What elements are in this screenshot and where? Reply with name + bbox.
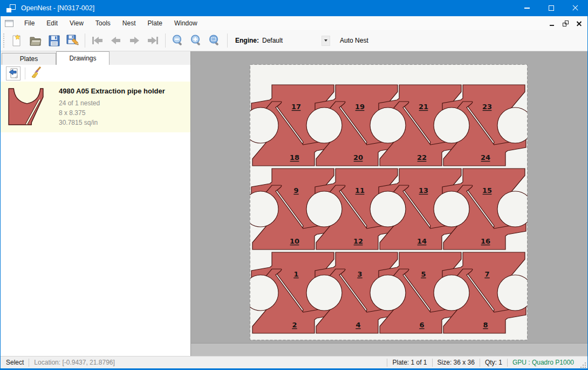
part-number-label: 15 [482, 186, 492, 194]
status-plate: Plate: 1 of 1 [392, 359, 427, 366]
part-number-label: 23 [482, 103, 492, 111]
part-number-label: 22 [417, 153, 427, 162]
resize-grip[interactable] [578, 360, 586, 368]
menu-item-view[interactable]: View [64, 17, 90, 29]
send-to-drawing-button[interactable] [6, 66, 20, 80]
mdi-minimize-icon[interactable] [549, 21, 555, 26]
app-cascade-icon [6, 4, 16, 12]
part-number-label: 8 [483, 321, 488, 329]
sidebar: Plates Drawings [1, 51, 191, 356]
status-bar: Select Location: [-0.9437, 21.8796] Plat… [1, 356, 587, 368]
drawing-title: 4980 A05 Extraction pipe holder [59, 87, 165, 95]
menu-item-nest[interactable]: Nest [117, 17, 142, 29]
part-number-label: 3 [357, 270, 362, 278]
pipe-hole [306, 275, 342, 311]
main-toolbar: Engine: Default Auto Nest [1, 30, 587, 51]
clean-button[interactable] [30, 66, 43, 81]
status-gpu: GPU : Quadro P1000 [512, 359, 574, 366]
part-number-label: 17 [291, 103, 301, 111]
part-number-label: 9 [293, 186, 298, 194]
zoom-fit-icon [208, 34, 221, 47]
mdi-restore-icon[interactable] [563, 21, 569, 26]
horizontal-scrollbar[interactable] [191, 343, 587, 356]
maximize-button[interactable] [539, 0, 563, 16]
tab-drawings[interactable]: Drawings [56, 51, 110, 65]
auto-nest-button[interactable]: Auto Nest [337, 34, 372, 47]
part-number-label: 13 [419, 186, 428, 194]
nav-last-button[interactable] [143, 32, 162, 49]
nav-previous-button[interactable] [107, 32, 125, 49]
toolbar-grip[interactable] [3, 33, 5, 48]
part-number-label: 12 [353, 237, 363, 245]
menu-item-tools[interactable]: Tools [90, 17, 117, 29]
zoom-fit-button[interactable] [206, 32, 224, 49]
pipe-hole [434, 191, 469, 227]
menu-item-window[interactable]: Window [168, 17, 203, 29]
part-number-label: 14 [417, 237, 427, 245]
pipe-hole [434, 107, 469, 143]
zoom-out-icon [172, 34, 184, 47]
minimize-button[interactable] [515, 0, 539, 16]
menu-bar: FileEditViewToolsNestPlateWindow [1, 16, 587, 30]
zoom-in-icon [190, 34, 203, 47]
open-button[interactable] [26, 32, 45, 49]
zoom-in-button[interactable] [187, 32, 206, 49]
save-as-button[interactable] [63, 32, 81, 49]
part-number-label: 1 [293, 270, 298, 278]
pipe-hole [434, 275, 469, 311]
title-bar: OpenNest - [N0317-002] [1, 0, 587, 16]
part-number-label: 20 [353, 153, 363, 162]
nav-last-icon [147, 36, 159, 45]
menu-item-file[interactable]: File [18, 17, 40, 29]
status-location: Location: [-0.9437, 21.8796] [34, 359, 114, 366]
save-icon [48, 35, 60, 47]
window-title: OpenNest - [N0317-002] [21, 4, 94, 12]
part-number-label: 5 [421, 270, 426, 278]
pipe-hole [370, 275, 406, 311]
pipe-hole [306, 191, 342, 227]
send-to-drawing-icon [8, 68, 19, 79]
engine-combobox[interactable]: Default [262, 37, 283, 44]
part-number-label: 24 [481, 153, 490, 162]
tab-plates[interactable]: Plates [2, 53, 56, 65]
part-number-label: 21 [419, 103, 428, 111]
open-folder-icon [29, 34, 42, 47]
part-number-label: 6 [419, 321, 424, 329]
status-mode: Select [6, 359, 24, 366]
nav-first-button[interactable] [88, 32, 107, 49]
part-number-label: 11 [355, 186, 365, 194]
part-number-label: 2 [292, 321, 297, 329]
nav-next-button[interactable] [125, 32, 143, 49]
part-number-label: 19 [355, 103, 365, 111]
sidebar-toolbar [1, 65, 190, 82]
save-button[interactable] [45, 32, 63, 49]
pipe-hole [306, 107, 342, 143]
close-button[interactable] [563, 0, 587, 16]
plate[interactable]: 171819202122232491011121314151612345678 [250, 64, 528, 340]
nest-canvas[interactable]: 171819202122232491011121314151612345678 [191, 51, 587, 343]
nav-first-icon [92, 36, 104, 45]
part-number-label: 16 [481, 237, 490, 245]
mdi-child-icon[interactable] [5, 20, 13, 27]
engine-dropdown-arrow[interactable] [322, 36, 330, 46]
drawing-dimensions: 8 x 8.375 [59, 108, 165, 118]
new-document-button[interactable] [8, 32, 26, 49]
save-as-icon [66, 34, 79, 47]
nav-previous-icon [110, 36, 122, 45]
part-number-label: 18 [290, 153, 299, 162]
status-qty: Qty: 1 [485, 359, 502, 366]
status-size: Size: 36 x 36 [437, 359, 475, 366]
drawing-nested-count: 24 of 1 nested [59, 98, 165, 108]
zoom-out-button[interactable] [169, 32, 187, 49]
menu-item-edit[interactable]: Edit [40, 17, 64, 29]
part-number-label: 10 [290, 237, 299, 245]
drawing-list-item[interactable]: 4980 A05 Extraction pipe holder 24 of 1 … [1, 82, 190, 132]
part-thumbnail [7, 85, 45, 127]
menu-item-plate[interactable]: Plate [142, 17, 168, 29]
part-number-label: 4 [355, 321, 360, 329]
mdi-close-icon[interactable] [576, 21, 582, 26]
pipe-hole [370, 107, 406, 143]
drawing-area: 30.7815 sq/in [59, 118, 165, 127]
new-document-icon [11, 34, 23, 47]
menu: FileEditViewToolsNestPlateWindow [18, 17, 203, 29]
